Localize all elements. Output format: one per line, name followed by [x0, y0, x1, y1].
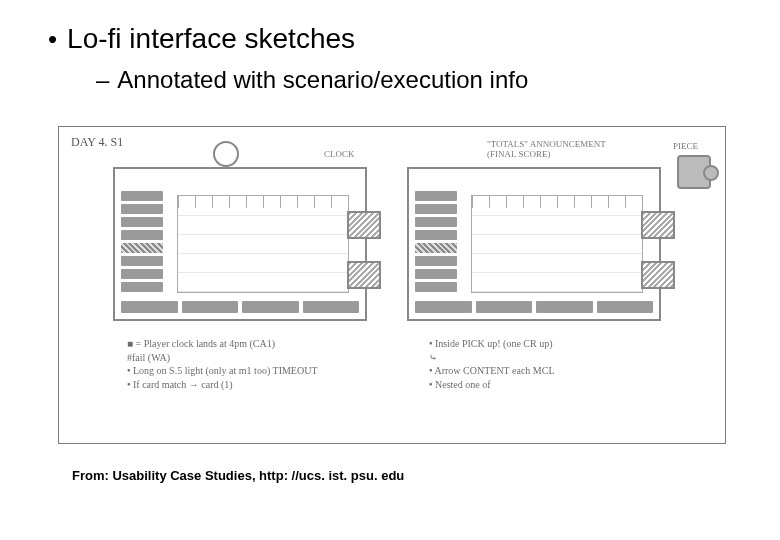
annotation-clock: CLOCK — [324, 149, 355, 159]
photo-icon — [641, 261, 675, 289]
day-label: DAY 4. S1 — [71, 135, 123, 150]
bottom-segments — [415, 301, 653, 313]
bullet-text: Lo-fi interface sketches — [67, 24, 355, 55]
grid-area-right — [471, 195, 643, 293]
bullet-dot-icon: • — [48, 26, 57, 52]
annotation-piece: PIECE — [673, 141, 698, 151]
clock-icon — [213, 141, 239, 167]
sub-bullet-item: – Annotated with scenario/execution info — [96, 66, 528, 94]
bullet-item: • Lo-fi interface sketches — [48, 24, 355, 55]
photo-icon — [347, 261, 381, 289]
menu-labels-left — [121, 191, 163, 295]
dash-icon: – — [96, 66, 109, 94]
credit-line: From: Usability Case Studies, http: //uc… — [72, 468, 404, 483]
grid-area-left — [177, 195, 349, 293]
sub-bullet-text: Annotated with scenario/execution info — [117, 67, 528, 93]
sketch-panel-left — [113, 167, 367, 321]
puzzle-piece-icon — [677, 155, 711, 189]
bottom-segments — [121, 301, 359, 313]
sketch-panel-right — [407, 167, 661, 321]
photo-icon — [347, 211, 381, 239]
photo-icon — [641, 211, 675, 239]
handwritten-notes-right: • Inside PICK up! (one CR up) ⤷ • Arrow … — [429, 337, 699, 391]
menu-labels-right — [415, 191, 457, 295]
slide: • Lo-fi interface sketches – Annotated w… — [0, 0, 780, 540]
handwritten-notes-left: ■ = Player clock lands at 4pm (CA1) #fai… — [127, 337, 407, 391]
sketch-figure: DAY 4. S1 CLOCK "TOTALS" ANNOUNCEMENT (F… — [58, 126, 726, 444]
annotation-totals: "TOTALS" ANNOUNCEMENT (FINAL SCORE) — [487, 139, 606, 159]
